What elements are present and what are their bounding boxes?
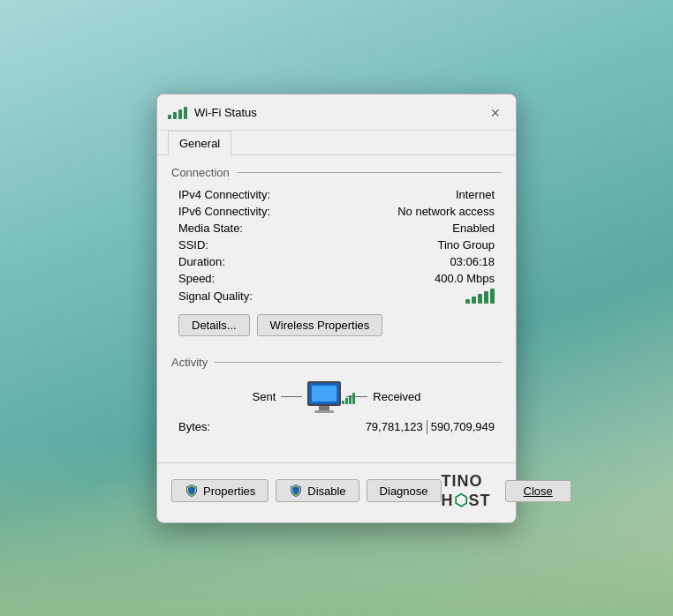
signal-quality-row: Signal Quality: <box>171 287 502 311</box>
signal-bar-2 <box>472 297 476 304</box>
bytes-label: Bytes: <box>178 420 210 433</box>
signal-bar-4 <box>484 291 488 304</box>
brand-logo: TINO H⬡ST <box>442 472 491 510</box>
brand-suffix: ST <box>469 492 491 509</box>
duration-value: 03:06:18 <box>450 255 495 268</box>
wifi-bar-1 <box>168 115 171 119</box>
title-bar: Wi-Fi Status ✕ <box>157 94 516 131</box>
details-button[interactable]: Details... <box>178 314 250 336</box>
ipv4-label: IPv4 Connectivity: <box>178 188 270 201</box>
dialog-content: Connection IPv4 Connectivity: Internet I… <box>157 155 516 462</box>
diagnose-button[interactable]: Diagnose <box>367 479 442 502</box>
wifi-bar-2 <box>173 112 177 119</box>
network-icon <box>307 381 341 413</box>
properties-label: Properties <box>203 485 255 498</box>
bytes-sent: 79,781,123 <box>366 420 423 433</box>
activity-visual: Sent <box>171 376 502 418</box>
close-icon[interactable]: ✕ <box>486 103 505 123</box>
table-row: Media State: Enabled <box>171 220 502 237</box>
monitor-screen <box>312 386 336 402</box>
connection-buttons: Details... Wireless Properties <box>171 311 502 343</box>
ipv6-label: IPv6 Connectivity: <box>178 205 270 218</box>
duration-label: Duration: <box>178 255 225 268</box>
table-row: Duration: 03:06:18 <box>171 253 502 270</box>
signal-bar-3 <box>478 294 482 304</box>
monitor-stand <box>319 406 329 410</box>
bytes-values: 79,781,123 590,709,949 <box>366 420 495 434</box>
wifi-status-dialog: Wi-Fi Status ✕ General Connection IPv4 C… <box>156 94 517 523</box>
table-row: Speed: 400.0 Mbps <box>171 270 502 287</box>
ssid-label: SSID: <box>178 238 208 252</box>
connection-header: Connection <box>171 166 502 179</box>
signal-bars-icon <box>465 289 495 304</box>
properties-button[interactable]: Properties <box>171 479 268 502</box>
tab-bar: General <box>157 131 516 155</box>
tab-general[interactable]: General <box>168 131 231 155</box>
speed-label: Speed: <box>178 272 215 285</box>
table-row: SSID: Tino Group <box>171 237 502 253</box>
disable-button[interactable]: Disable <box>276 479 359 502</box>
ipv6-value: No network access <box>397 205 495 218</box>
ipv4-value: Internet <box>456 188 495 201</box>
activity-header: Activity <box>171 356 502 369</box>
signal-bar-5 <box>490 289 495 304</box>
speed-value: 400.0 Mbps <box>435 272 495 285</box>
shield-icon <box>185 484 199 498</box>
signal-bar-1 <box>465 299 470 304</box>
footer-right: TINO H⬡ST Close <box>442 472 571 510</box>
bytes-received: 590,709,949 <box>431 420 495 433</box>
footer-left-buttons: Properties Disable Diagnose <box>171 479 442 502</box>
divider-line <box>427 420 427 434</box>
wifi-icon <box>168 107 187 119</box>
media-state-label: Media State: <box>178 222 243 235</box>
activity-section: Activity Sent <box>171 356 502 436</box>
close-button[interactable]: Close <box>505 480 571 502</box>
received-label: Received <box>373 390 420 403</box>
monitor-icon <box>307 381 341 406</box>
signal-quality-label: Signal Quality: <box>178 289 253 303</box>
wireless-properties-button[interactable]: Wireless Properties <box>257 314 383 336</box>
table-row: IPv4 Connectivity: Internet <box>171 186 502 203</box>
sent-label: Sent <box>253 390 276 403</box>
footer: Properties Disable Diagnose TINO H⬡ST Cl… <box>157 462 516 522</box>
dialog-title: Wi-Fi Status <box>194 106 486 119</box>
media-state-value: Enabled <box>452 222 495 235</box>
disable-label: Disable <box>307 485 345 498</box>
brand-highlight: ⬡ <box>454 492 469 509</box>
mini-signal-icon <box>342 393 355 404</box>
sent-dash <box>281 396 302 397</box>
shield-icon-disable <box>289 484 303 498</box>
connection-section: Connection IPv4 Connectivity: Internet I… <box>171 166 502 343</box>
ssid-value: Tino Group <box>437 238 495 252</box>
wifi-bar-3 <box>178 109 182 119</box>
bytes-row: Bytes: 79,781,123 590,709,949 <box>171 418 502 436</box>
monitor-base <box>314 410 334 413</box>
table-row: IPv6 Connectivity: No network access <box>171 203 502 220</box>
wifi-bar-4 <box>184 107 187 119</box>
